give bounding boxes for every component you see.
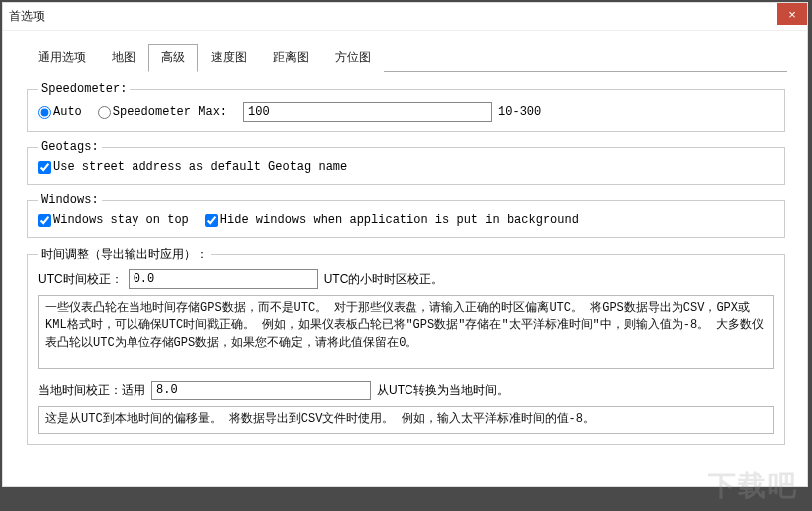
tab-distance-chart[interactable]: 距离图 [260, 44, 322, 72]
utc-correction-input[interactable] [129, 269, 318, 289]
local-help-text: 这是从UTC到本地时间的偏移量。 将数据导出到CSV文件时使用。 例如，输入太平… [38, 406, 774, 434]
windows-legend: Windows: [38, 193, 102, 207]
speedometer-range-hint: 10-300 [498, 105, 541, 119]
speedometer-auto-option[interactable]: Auto [38, 105, 82, 119]
speedometer-max-option[interactable]: Speedometer Max: [98, 105, 227, 119]
utc-correction-label: UTC时间校正： [38, 271, 123, 288]
time-adjust-legend: 时间调整（导出输出时应用）： [38, 246, 211, 263]
tab-advanced[interactable]: 高级 [148, 44, 198, 72]
geotags-group: Geotags: Use street address as default G… [27, 140, 785, 185]
utc-correction-hint: UTC的小时时区校正。 [324, 271, 444, 288]
local-correction-input[interactable] [151, 381, 371, 400]
tab-map[interactable]: 地图 [99, 44, 148, 72]
geotag-street-label: Use street address as default Geotag nam… [53, 160, 347, 174]
speedometer-max-label: Speedometer Max: [113, 105, 227, 119]
hide-bg-option[interactable]: Hide windows when application is put in … [205, 213, 579, 227]
geotags-legend: Geotags: [38, 140, 102, 154]
tab-heading-chart[interactable]: 方位图 [322, 44, 384, 72]
speedometer-max-radio[interactable] [98, 106, 111, 119]
speedometer-max-input[interactable] [243, 102, 492, 122]
windows-group: Windows: Windows stay on top Hide window… [27, 193, 785, 238]
titlebar: 首选项 × [3, 3, 807, 31]
close-icon: × [788, 7, 796, 22]
speedometer-auto-label: Auto [53, 105, 82, 119]
stay-on-top-label: Windows stay on top [53, 213, 189, 227]
local-correction-hint: 从UTC转换为当地时间。 [377, 383, 509, 399]
window-title: 首选项 [9, 8, 45, 25]
geotag-street-checkbox[interactable] [38, 161, 51, 174]
hide-bg-checkbox[interactable] [205, 214, 218, 227]
utc-help-text: 一些仪表凸轮在当地时间存储GPS数据，而不是UTC。 对于那些仪表盘，请输入正确… [38, 295, 774, 369]
preferences-window: 首选项 × 通用选项 地图 高级 速度图 距离图 方位图 Speedometer… [2, 2, 808, 487]
stay-on-top-option[interactable]: Windows stay on top [38, 213, 189, 227]
tab-general[interactable]: 通用选项 [25, 44, 99, 72]
geotag-street-option[interactable]: Use street address as default Geotag nam… [38, 160, 347, 174]
hide-bg-label: Hide windows when application is put in … [220, 213, 579, 227]
speedometer-group: Speedometer: Auto Speedometer Max: 10-30… [27, 82, 785, 132]
stay-on-top-checkbox[interactable] [38, 214, 51, 227]
close-button[interactable]: × [777, 3, 807, 25]
tab-content-advanced: Speedometer: Auto Speedometer Max: 10-30… [25, 71, 787, 472]
speedometer-legend: Speedometer: [38, 82, 130, 96]
tabs: 通用选项 地图 高级 速度图 距离图 方位图 [3, 31, 807, 71]
time-adjust-group: 时间调整（导出输出时应用）： UTC时间校正： UTC的小时时区校正。 一些仪表… [27, 246, 785, 445]
tab-speed-chart[interactable]: 速度图 [198, 44, 260, 72]
local-correction-label: 当地时间校正：适用 [38, 383, 145, 399]
speedometer-auto-radio[interactable] [38, 106, 51, 119]
